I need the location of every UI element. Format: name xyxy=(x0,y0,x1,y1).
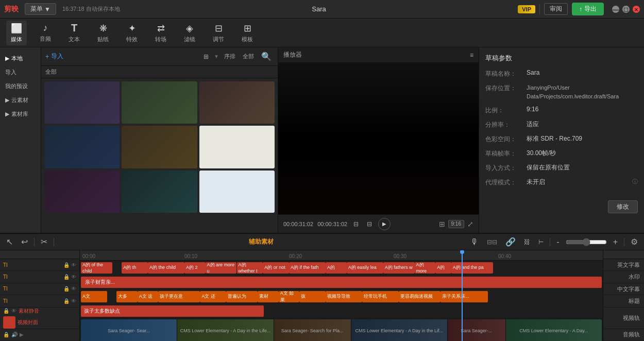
media-thumb-1[interactable] xyxy=(44,81,120,124)
cut-tool[interactable]: ✂ xyxy=(39,236,49,248)
eye-video[interactable]: 👁 xyxy=(11,308,16,314)
clip-en-9[interactable]: A的 xyxy=(326,262,347,274)
tool-effects[interactable]: ✦ 特效 xyxy=(122,21,142,45)
clip-en-7[interactable]: A的 or not xyxy=(263,262,289,274)
clip-zh-12[interactable]: 更容易痴迷视频 xyxy=(399,291,440,302)
media-thumb-9[interactable] xyxy=(199,170,275,213)
record-button[interactable]: 🎙 xyxy=(468,236,481,248)
media-thumb-5[interactable] xyxy=(122,126,197,168)
clip-zh-10[interactable]: 视频导导致 xyxy=(326,291,362,302)
fullscreen-button[interactable]: ⊞ xyxy=(439,220,445,228)
eye-2[interactable]: 👁 xyxy=(71,274,76,280)
clip-en-2[interactable]: A的 th xyxy=(122,262,148,274)
tool-adjust[interactable]: ⊟ 调节 xyxy=(208,21,229,45)
media-thumb-7[interactable] xyxy=(44,170,120,213)
tool-audio[interactable]: ♪ 音频 xyxy=(35,21,56,45)
prev-frame-button[interactable]: ⊟ xyxy=(351,219,361,229)
select-tool[interactable]: ↖ xyxy=(4,236,15,248)
clip-zh-3[interactable]: A文 这 xyxy=(138,291,159,302)
eye-4[interactable]: 👁 xyxy=(71,298,76,304)
settings-button[interactable]: ⚙ xyxy=(629,236,640,248)
video-clip-3[interactable]: Sara Seager- Search for Pla... xyxy=(274,319,351,341)
tool-template[interactable]: ⊞ 模板 xyxy=(237,21,258,45)
tool-sticker[interactable]: ❋ 贴纸 xyxy=(93,21,113,45)
clip-zh-9[interactable]: 孩 xyxy=(299,291,326,302)
zoom-out-button[interactable]: - xyxy=(554,236,561,248)
undo-button[interactable]: ↩ xyxy=(19,236,30,248)
video-clip-1[interactable]: Sara Seager- Sear... xyxy=(81,319,177,341)
clip-zh-5[interactable]: A文 还 xyxy=(200,291,226,302)
lock-2[interactable]: 🔒 xyxy=(63,274,70,280)
clip-zh-13[interactable]: 亲子关系亲... xyxy=(440,291,487,302)
next-frame-button[interactable]: ⊟ xyxy=(365,219,374,229)
grid-view-button[interactable]: ⊞ xyxy=(201,52,211,61)
media-thumb-4[interactable] xyxy=(44,126,120,168)
clip-en-5[interactable]: A的 are more u xyxy=(206,262,237,274)
sidebar-item-library[interactable]: ▶ 素材库 xyxy=(0,107,41,121)
video-clip-5[interactable]: Sara Seager-... xyxy=(448,319,506,341)
vip-badge[interactable]: VIP xyxy=(518,5,535,13)
split-button[interactable]: ⊢ xyxy=(536,237,546,247)
clip-en-13[interactable]: A的 xyxy=(435,262,451,274)
media-thumb-3[interactable] xyxy=(199,81,275,124)
minimize-button[interactable]: — xyxy=(612,6,619,13)
clip-zh-11[interactable]: 经常玩手机 xyxy=(362,291,399,302)
clip-en-11[interactable]: A的 fathers w xyxy=(383,262,415,274)
menu-button[interactable]: 菜单 ▼ xyxy=(25,3,56,15)
clip-zh-4[interactable]: 孩子更在意 xyxy=(158,291,200,302)
link-button[interactable]: 🔗 xyxy=(503,236,518,248)
media-thumb-8[interactable] xyxy=(122,170,197,213)
import-button[interactable]: + 导入 xyxy=(45,52,63,61)
play-button[interactable]: ▶ xyxy=(378,218,391,230)
media-thumb-6[interactable] xyxy=(199,126,275,168)
lock-1[interactable]: 🔒 xyxy=(63,262,70,268)
video-clip-6[interactable]: CMS Lower Elementary - A Day... xyxy=(506,319,602,341)
eye-1[interactable]: 👁 xyxy=(71,262,76,268)
sidebar-item-import[interactable]: 导入 xyxy=(0,65,41,79)
export-button[interactable]: ↑ 导出 xyxy=(572,3,604,15)
close-button[interactable]: × xyxy=(633,6,640,13)
snap-toggle[interactable]: ⊟⊟ xyxy=(485,237,499,247)
sort-button[interactable]: 序排 xyxy=(222,52,238,61)
clip-zh-6[interactable]: 普遍认为 xyxy=(226,291,258,302)
clip-en-4[interactable]: A的 2 xyxy=(184,262,206,274)
tool-transition[interactable]: ⇄ 转场 xyxy=(150,21,171,45)
unlink-button[interactable]: ⛓ xyxy=(522,237,532,247)
clip-en-8[interactable]: A的 if the fath xyxy=(289,262,326,274)
sidebar-item-cloud[interactable]: ▶ 云素材 xyxy=(0,93,41,107)
lock-4[interactable]: 🔒 xyxy=(63,298,70,304)
review-button[interactable]: 审阅 xyxy=(544,3,568,15)
clip-zh-2[interactable]: 大多 xyxy=(116,291,138,302)
tool-text[interactable]: T 文本 xyxy=(64,20,84,45)
clip-zh-7[interactable]: 素材 xyxy=(258,291,279,302)
clip-en-3[interactable]: A的 the child xyxy=(148,262,184,274)
clip-en-12[interactable]: A的 more xyxy=(415,262,436,274)
tool-filter[interactable]: ◈ 滤镜 xyxy=(179,21,200,45)
media-thumb-2[interactable] xyxy=(122,81,197,124)
clip-zh-1[interactable]: A文 xyxy=(81,291,107,302)
eye-3[interactable]: 👁 xyxy=(71,286,76,292)
clip-zh-8[interactable]: A文 如果 xyxy=(279,291,300,302)
vol-button[interactable]: 🔊 xyxy=(11,332,18,337)
lock-video[interactable]: 🔒 xyxy=(3,308,9,314)
clip-en-6[interactable]: A的 whether I xyxy=(237,262,263,274)
title-clip[interactable]: 孩子太多数缺点 xyxy=(81,305,264,317)
preview-menu-icon[interactable]: ≡ xyxy=(470,52,473,59)
expand-button[interactable]: ⤢ xyxy=(467,220,473,228)
sidebar-item-local[interactable]: ▶ 本地 xyxy=(0,52,41,65)
video-clip-4[interactable]: CMS Lower Elementary - A Day in the Lif.… xyxy=(351,319,448,341)
zoom-slider[interactable] xyxy=(566,238,607,246)
lock-3[interactable]: 🔒 xyxy=(63,286,70,292)
sidebar-item-mypreset[interactable]: 我的预设 xyxy=(0,79,41,93)
lock-audio[interactable]: 🔒 xyxy=(3,332,9,337)
all-filter-button[interactable]: 全部 xyxy=(241,52,256,61)
zoom-in-button[interactable]: + xyxy=(611,236,620,248)
video-clip-2[interactable]: CMS Lower Elementary - A Day in the Life… xyxy=(177,319,274,341)
clip-en-14[interactable]: A的 and the pa xyxy=(451,262,493,274)
main-clip[interactable]: 亲子财育亲... xyxy=(81,277,602,288)
maximize-button[interactable]: □ xyxy=(622,6,630,13)
edit-button[interactable]: 修改 xyxy=(608,200,638,213)
clip-en-10[interactable]: A的 easily lea xyxy=(347,262,383,274)
play-audio[interactable]: ▶ xyxy=(20,332,24,337)
tool-media[interactable]: ⬜ 媒体 xyxy=(6,21,27,45)
